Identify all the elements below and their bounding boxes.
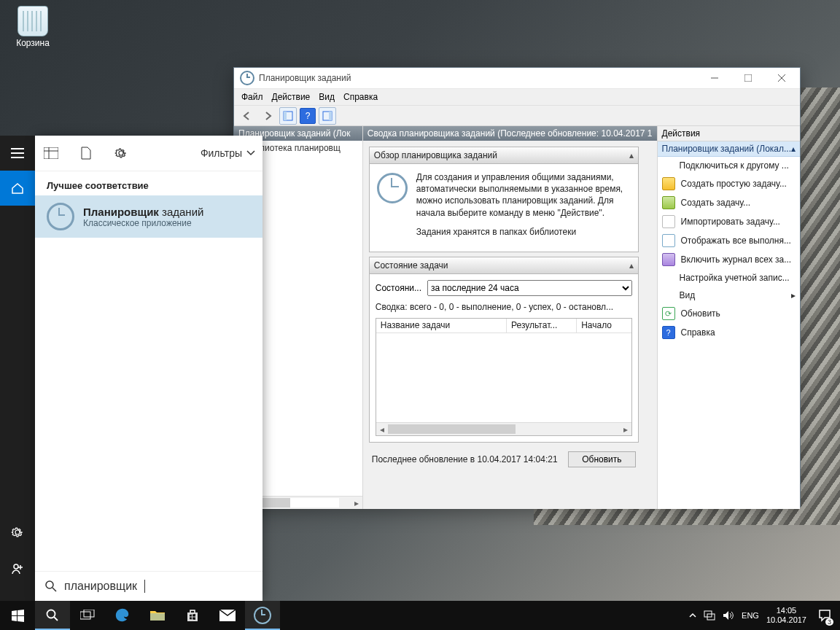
recycle-bin[interactable]: Корзина <box>11 6 55 48</box>
action-help[interactable]: ?Справка <box>658 323 800 342</box>
rail-menu-button[interactable] <box>0 136 35 171</box>
close-button[interactable] <box>765 68 798 88</box>
overview-title: Обзор планировщика заданий <box>374 150 497 160</box>
tray-network-icon[interactable] <box>704 610 715 621</box>
show-hide-actions-button[interactable] <box>319 107 336 125</box>
back-button[interactable] <box>238 107 256 125</box>
clock-icon <box>377 173 408 203</box>
center-scrollbar[interactable] <box>645 141 657 509</box>
menu-action[interactable]: Действие <box>272 92 311 102</box>
action-refresh[interactable]: ⟳Обновить <box>658 304 800 323</box>
tray-chevron-icon[interactable] <box>689 612 696 619</box>
collapse-icon[interactable]: ▴ <box>629 260 634 271</box>
filters-button[interactable]: Фильтры <box>201 147 255 159</box>
tasks-scrollbar[interactable]: ◂ ▸ <box>376 422 631 435</box>
search-input[interactable]: планировщик <box>35 571 262 601</box>
start-button[interactable] <box>0 601 35 630</box>
col-name[interactable]: Название задачи <box>376 319 507 333</box>
maximize-button[interactable] <box>731 68 765 88</box>
action-show-all-running[interactable]: Отображать все выполня... <box>658 231 800 250</box>
search-panel-header: Фильтры <box>35 136 262 171</box>
collapse-icon[interactable]: ▴ <box>791 144 796 154</box>
show-hide-tree-button[interactable] <box>279 107 297 125</box>
svg-point-7 <box>46 581 53 588</box>
overview-body: Для создания и управления общими задания… <box>369 164 639 252</box>
documents-icon[interactable] <box>77 144 95 162</box>
menu-help[interactable]: Справка <box>343 92 378 102</box>
search-result-task-scheduler[interactable]: Планировщик заданий Классическое приложе… <box>35 195 262 238</box>
svg-rect-2 <box>284 112 287 120</box>
settings-icon[interactable] <box>112 144 130 162</box>
apps-icon[interactable] <box>42 144 60 162</box>
chevron-right-icon: ▸ <box>791 290 796 300</box>
scroll-right-icon[interactable]: ▸ <box>351 497 362 509</box>
list-icon <box>662 234 675 247</box>
center-pane: Сводка планировщика заданий (Последнее о… <box>363 126 658 509</box>
window-title: Планировщик заданий <box>259 73 351 83</box>
menu-file[interactable]: Файл <box>241 92 263 102</box>
refresh-icon: ⟳ <box>662 307 675 320</box>
tray-language[interactable]: ENG <box>742 611 759 620</box>
action-account-config[interactable]: Настройка учетной запис... <box>658 269 800 287</box>
action-enable-history[interactable]: Включить журнал всех за... <box>658 250 800 269</box>
overview-groupbar[interactable]: Обзор планировщика заданий ▴ <box>369 147 639 164</box>
taskbar: ENG 14:05 10.04.2017 3 <box>0 601 840 630</box>
taskbar-explorer[interactable] <box>140 601 175 630</box>
action-create-task[interactable]: Создать задачу... <box>658 193 800 212</box>
taskbar-search-button[interactable] <box>35 601 70 630</box>
titlebar[interactable]: Планировщик заданий <box>234 68 800 89</box>
tray-volume-icon[interactable] <box>723 610 734 621</box>
result-title: Планировщик заданий <box>83 206 203 218</box>
task-scheduler-icon <box>47 203 74 230</box>
svg-point-8 <box>47 610 55 618</box>
task-scheduler-icon <box>240 71 254 85</box>
actions-subheader[interactable]: Планировщик заданий (Локал... ▴ <box>658 141 800 157</box>
svg-rect-9 <box>80 612 90 619</box>
taskbar-store[interactable] <box>175 601 210 630</box>
system-tray: ENG 14:05 10.04.2017 3 <box>685 601 840 630</box>
status-groupbar[interactable]: Состояние задачи ▴ <box>369 257 639 274</box>
action-view[interactable]: Вид▸ <box>658 287 800 304</box>
taskbar-taskview-button[interactable] <box>70 601 105 630</box>
tray-notifications[interactable]: 3 <box>814 601 836 630</box>
scroll-left-icon[interactable]: ◂ <box>376 423 388 435</box>
actions-header: Действия <box>658 126 800 141</box>
action-import-task[interactable]: Импортировать задачу... <box>658 212 800 231</box>
overview-text: Для создания и управления общими задания… <box>416 171 632 219</box>
menu-view[interactable]: Вид <box>319 92 335 102</box>
taskbar-mail[interactable] <box>210 601 245 630</box>
svg-rect-4 <box>329 112 332 120</box>
col-result[interactable]: Результат... <box>507 319 577 333</box>
new-task-icon <box>662 196 675 209</box>
task-scheduler-window: Планировщик заданий Файл Действие Вид Сп… <box>233 67 801 508</box>
rail-home-button[interactable] <box>0 171 35 206</box>
minimize-button[interactable] <box>698 68 731 88</box>
menubar: Файл Действие Вид Справка <box>234 89 800 106</box>
toolbar: ? <box>234 106 800 126</box>
recycle-bin-icon <box>18 6 48 36</box>
rail-user-button[interactable] <box>0 551 35 586</box>
action-create-basic-task[interactable]: Создать простую задачу... <box>658 174 800 193</box>
taskbar-edge[interactable] <box>105 601 140 630</box>
rail-settings-button[interactable] <box>0 515 35 550</box>
status-period-select[interactable]: за последние 24 часа <box>427 280 632 296</box>
notification-badge: 3 <box>825 618 833 626</box>
scroll-right-icon[interactable]: ▸ <box>620 423 631 435</box>
result-subtitle: Классическое приложение <box>83 218 203 228</box>
help-button[interactable]: ? <box>300 108 316 124</box>
collapse-icon[interactable]: ▴ <box>629 150 634 160</box>
taskbar-task-scheduler[interactable] <box>245 601 280 630</box>
col-start[interactable]: Начало <box>577 319 631 333</box>
search-panel: Фильтры Лучшее соответствие Планировщик … <box>35 136 262 601</box>
refresh-button[interactable]: Обновить <box>568 451 635 467</box>
tasks-table: Название задачи Результат... Начало ◂ <box>376 318 632 436</box>
overview-text2: Задания хранятся в папках библиотеки <box>416 226 632 238</box>
search-icon <box>45 580 57 592</box>
last-update-label: Последнее обновление в 10.04.2017 14:04:… <box>372 454 558 464</box>
history-icon <box>662 253 675 266</box>
tasks-table-body <box>376 333 631 422</box>
svg-rect-6 <box>44 147 58 159</box>
action-connect[interactable]: Подключиться к другому ... <box>658 157 800 174</box>
forward-button[interactable] <box>259 107 276 125</box>
tray-clock[interactable]: 14:05 10.04.2017 <box>766 606 806 625</box>
